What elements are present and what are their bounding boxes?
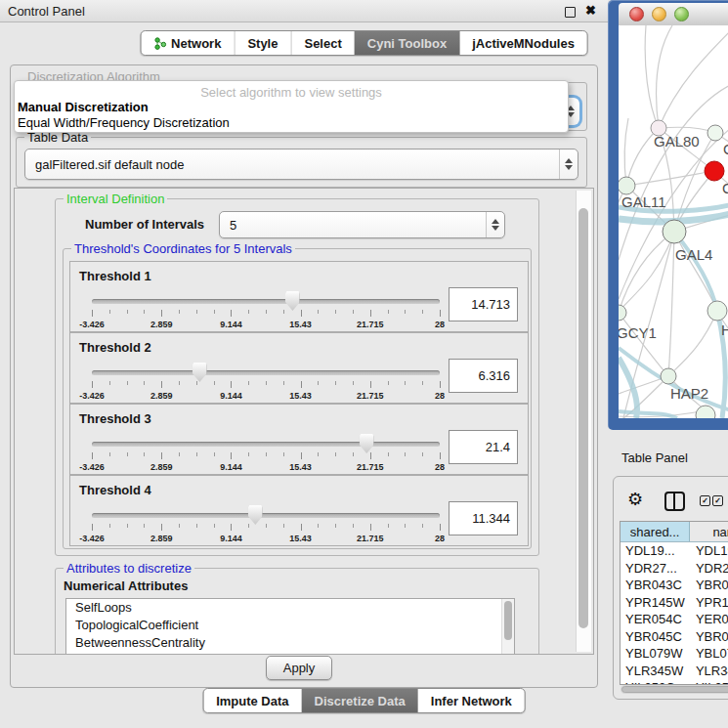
select-all-checkbox-icon[interactable]: ✓ xyxy=(700,495,710,506)
float-window-icon[interactable] xyxy=(565,7,576,18)
threshold-row: Threshold 4 -3.426 2.859 9.144 15.43 21.… xyxy=(69,475,529,546)
table-panel-header: Table Panel xyxy=(608,442,728,474)
threshold-value-field[interactable]: 21.4 xyxy=(449,430,518,464)
tab-select[interactable]: Select xyxy=(290,31,354,55)
threshold-row: Threshold 2 -3.426 2.859 9.144 15.43 21.… xyxy=(69,332,529,404)
slider-handle[interactable] xyxy=(248,505,263,525)
node-gcy1[interactable] xyxy=(619,305,626,321)
table-body: YDL19...YDL19... YDR27...YDR27... YBR043… xyxy=(621,542,728,685)
gear-icon[interactable]: ⚙ xyxy=(627,489,643,510)
tab-infer-network[interactable]: Infer Network xyxy=(418,689,525,712)
num-intervals-label: Number of Intervals xyxy=(85,217,204,232)
slider-ticks xyxy=(92,524,440,532)
top-tab-bar: Network Style Select Cyni Toolbox jActiv… xyxy=(140,30,588,56)
table-row[interactable]: YPR145WYPR145W xyxy=(621,594,728,612)
node-top-right[interactable] xyxy=(707,125,723,141)
close-button-icon[interactable] xyxy=(629,7,644,21)
threshold-slider[interactable]: -3.426 2.859 9.144 15.43 21.715 28 xyxy=(92,364,440,402)
threshold-row: Threshold 3 -3.426 2.859 9.144 15.43 21.… xyxy=(69,404,529,475)
node-gal11[interactable] xyxy=(619,177,635,194)
slider-handle[interactable] xyxy=(360,434,374,453)
tab-discretize-data[interactable]: Discretize Data xyxy=(302,689,418,712)
table-data-combo-stepper[interactable] xyxy=(559,150,578,179)
tab-impute-data[interactable]: Impute Data xyxy=(203,689,301,712)
node-label-gal4: GAL4 xyxy=(675,246,712,263)
table-row[interactable]: YBL079WYBL079W xyxy=(621,645,728,663)
unselect-all-checkbox-icon[interactable]: ✓ xyxy=(712,495,723,506)
minimize-button-icon[interactable] xyxy=(652,7,666,21)
node-hap2[interactable] xyxy=(661,368,676,384)
table-panel-title: Table Panel xyxy=(621,450,688,465)
node-gal4[interactable] xyxy=(663,220,686,243)
table-horizontal-scrollbar[interactable] xyxy=(621,685,728,694)
tab-cyni-toolbox[interactable]: Cyni Toolbox xyxy=(355,31,459,55)
table-data-combo[interactable]: galFiltered.sif default node xyxy=(24,149,578,180)
threshold-label: Threshold 3 xyxy=(79,411,151,426)
slider-ticks xyxy=(92,381,440,389)
table-data-combo-value: galFiltered.sif default node xyxy=(25,157,559,172)
node-label-gal11: GAL11 xyxy=(621,193,666,210)
column-header-name[interactable]: name xyxy=(690,522,728,541)
list-scrollbar[interactable] xyxy=(501,599,514,654)
content-scrollbar[interactable] xyxy=(576,191,591,652)
tab-jactivemnodules[interactable]: jActiveMNodules xyxy=(459,31,587,55)
node-bottom-partial[interactable] xyxy=(696,406,715,418)
settings-scroll-panel: Interval Definition Number of Intervals … xyxy=(14,188,594,655)
popup-option-equal-width-frequency[interactable]: Equal Width/Frequency Discretization xyxy=(18,115,230,130)
threshold-slider[interactable]: -3.426 2.859 9.144 15.43 21.715 28 xyxy=(92,507,440,544)
node-label-c: C xyxy=(722,180,728,196)
network-canvas[interactable]: GAL80 G C GAL11 GAL4 GCY1 H HAP2 xyxy=(619,25,728,418)
table-row[interactable]: YBR043CYBR043C xyxy=(621,577,728,594)
slider-ticks xyxy=(92,310,440,318)
slider-track[interactable] xyxy=(92,299,440,304)
window-title: Control Panel xyxy=(0,4,85,19)
slider-track[interactable] xyxy=(92,513,440,518)
close-window-icon[interactable]: ✖ xyxy=(585,3,596,18)
attribute-item[interactable]: BetweennessCentrality xyxy=(66,634,514,652)
table-data-group: Table Data galFiltered.sif default node xyxy=(16,137,587,188)
numerical-attributes-list: SelfLoops TopologicalCoefficient Between… xyxy=(65,598,515,655)
threshold-slider[interactable]: -3.426 2.859 9.144 15.43 21.715 28 xyxy=(92,436,440,473)
attribute-item[interactable]: TopologicalCoefficient xyxy=(66,617,514,634)
node-label-h: H xyxy=(721,321,728,338)
threshold-label: Threshold 2 xyxy=(79,340,151,355)
slider-track[interactable] xyxy=(92,370,440,375)
table-row[interactable]: YER054CYER054C xyxy=(621,611,728,628)
network-window-titlebar[interactable] xyxy=(619,3,728,26)
table-row[interactable]: YBR045CYBR045C xyxy=(621,628,728,646)
table-row[interactable]: YDR27...YDR27... xyxy=(621,560,728,578)
node-attribute-table: shared... name YDL19...YDL19... YDR27...… xyxy=(620,521,728,685)
table-row[interactable]: YLR345WYLR345W xyxy=(621,663,728,680)
popup-hint: Select algorithm to view settings xyxy=(15,85,568,100)
node-right[interactable] xyxy=(707,301,727,321)
threshold-value-field[interactable]: 14.713 xyxy=(449,287,518,321)
tab-network[interactable]: Network xyxy=(141,31,234,55)
show-columns-icon[interactable] xyxy=(664,492,685,511)
node-label-gal80: GAL80 xyxy=(654,133,700,150)
num-intervals-combo[interactable]: 5 xyxy=(219,211,505,238)
node-red-selected[interactable] xyxy=(705,161,724,181)
threshold-value-field[interactable]: 11.344 xyxy=(449,501,518,535)
popup-option-manual-discretization[interactable]: Manual Discretization xyxy=(18,100,149,114)
apply-button[interactable]: Apply xyxy=(266,656,332,680)
column-header-shared-name[interactable]: shared... xyxy=(621,522,690,541)
table-header-row: shared... name xyxy=(621,522,728,542)
zoom-button-icon[interactable] xyxy=(674,7,689,21)
attributes-legend: Attributes to discretize xyxy=(64,561,194,576)
threshold-value-field[interactable]: 6.316 xyxy=(449,359,518,393)
slider-track[interactable] xyxy=(92,442,440,447)
slider-handle[interactable] xyxy=(193,363,207,382)
threshold-slider[interactable]: -3.426 2.859 9.144 15.43 21.715 28 xyxy=(92,293,440,330)
network-icon xyxy=(153,37,166,50)
num-intervals-stepper[interactable] xyxy=(486,212,504,237)
attribute-item[interactable]: SelfLoops xyxy=(66,599,514,617)
num-intervals-value: 5 xyxy=(220,218,486,233)
content-scrollbar-thumb[interactable] xyxy=(578,208,588,628)
network-window[interactable]: GAL80 G C GAL11 GAL4 GCY1 H HAP2 xyxy=(608,0,728,430)
table-panel: ⚙ ✓ ✓ shared... name YDL19...YDL19... YD… xyxy=(613,476,728,700)
slider-handle[interactable] xyxy=(285,291,300,311)
threshold-row: Threshold 1 -3.426 2.859 9.144 15.43 21.… xyxy=(69,261,529,332)
tab-style[interactable]: Style xyxy=(234,31,290,55)
table-row[interactable]: YDL19...YDL19... xyxy=(621,542,728,560)
threshold-label: Threshold 4 xyxy=(79,483,151,497)
